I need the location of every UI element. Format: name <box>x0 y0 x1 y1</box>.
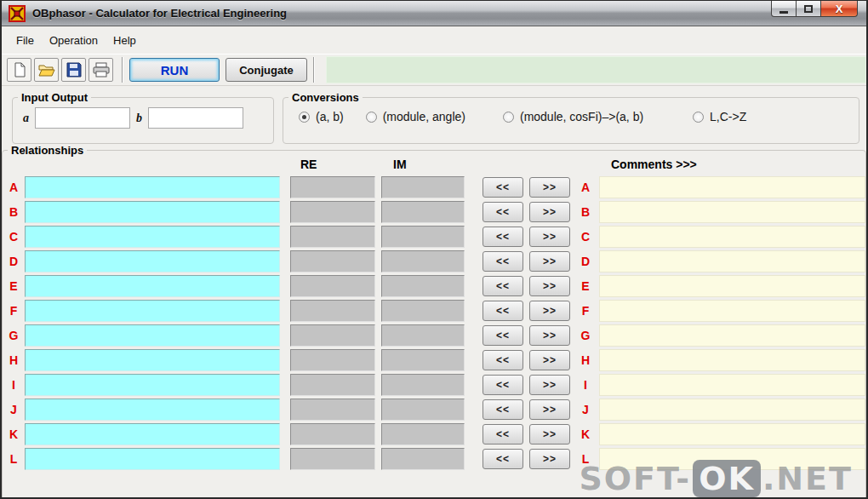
expression-input[interactable] <box>25 423 280 445</box>
run-button[interactable]: RUN <box>129 58 220 82</box>
comment-input[interactable] <box>599 250 865 272</box>
im-output <box>381 423 465 445</box>
radio-module-cosfi[interactable]: (module, cosFi)–>(a, b) <box>503 110 643 123</box>
comment-input[interactable] <box>599 374 865 396</box>
row-letter-left: H <box>3 353 25 367</box>
shift-right-button[interactable]: >> <box>529 325 570 346</box>
comment-input[interactable] <box>599 324 865 347</box>
im-output <box>381 300 465 322</box>
comment-input[interactable] <box>599 176 865 198</box>
row-letter-left: K <box>3 427 25 441</box>
expression-input[interactable] <box>25 374 280 396</box>
comment-input[interactable] <box>599 275 865 297</box>
shift-right-button[interactable]: >> <box>529 449 570 469</box>
comment-input[interactable] <box>599 399 865 421</box>
comments-column-header: Comments >>> <box>599 158 697 171</box>
expression-input[interactable] <box>25 300 280 322</box>
close-button[interactable]: X <box>820 1 858 17</box>
re-output <box>290 448 375 470</box>
menu-help[interactable]: Help <box>106 30 144 51</box>
shift-right-button[interactable]: >> <box>529 399 570 420</box>
toolbar: RUN Conjugate <box>2 54 866 86</box>
relationship-row: D << >> D <box>3 250 865 272</box>
minimize-button[interactable] <box>771 1 797 17</box>
titlebar: OBphasor - Calculator for Electrical Eng… <box>2 1 866 26</box>
shift-left-button[interactable]: << <box>483 301 523 321</box>
row-letter-left: F <box>3 304 25 318</box>
relationships-group: Relationships RE IM Comments >>> A << >>… <box>2 144 866 499</box>
shift-left-button[interactable]: << <box>483 227 523 247</box>
comment-input[interactable] <box>599 448 865 470</box>
shift-right-button[interactable]: >> <box>529 375 570 395</box>
expression-input[interactable] <box>25 448 280 470</box>
shift-right-button[interactable]: >> <box>529 251 570 272</box>
comment-input[interactable] <box>599 423 865 445</box>
shift-right-button[interactable]: >> <box>529 350 570 370</box>
shift-left-button[interactable]: << <box>483 449 523 469</box>
row-letter-left: E <box>3 279 25 293</box>
shift-left-button[interactable]: << <box>483 202 523 222</box>
radio-button-icon <box>299 112 310 123</box>
row-letter-right: D <box>577 255 594 268</box>
save-button[interactable] <box>61 58 86 82</box>
im-output <box>381 226 465 248</box>
conjugate-button[interactable]: Conjugate <box>226 58 307 82</box>
expression-input[interactable] <box>25 176 280 198</box>
row-letter-left: G <box>3 329 25 342</box>
input-output-group: Input Output a b <box>12 91 274 144</box>
radio-button-icon <box>366 112 377 123</box>
shift-right-button[interactable]: >> <box>529 276 570 296</box>
radio-module-cosfi-label: (module, cosFi)–>(a, b) <box>520 110 643 123</box>
new-button[interactable] <box>7 58 31 82</box>
shift-left-button[interactable]: << <box>483 276 523 296</box>
relationship-row: C << >> C <box>3 226 865 248</box>
expression-input[interactable] <box>25 349 280 371</box>
row-letter-right: G <box>577 329 594 342</box>
menu-file[interactable]: File <box>9 30 42 51</box>
expression-input[interactable] <box>25 399 280 421</box>
re-column-header: RE <box>290 158 375 171</box>
window-title: OBphasor - Calculator for Electrical Eng… <box>32 7 287 20</box>
im-output <box>381 275 465 297</box>
row-letter-right: J <box>577 403 594 416</box>
expression-input[interactable] <box>25 226 280 248</box>
radio-a-b[interactable]: (a, b) <box>299 110 344 123</box>
expression-input[interactable] <box>25 324 280 347</box>
row-letter-right: I <box>577 378 594 392</box>
b-input[interactable] <box>148 107 243 129</box>
shift-right-button[interactable]: >> <box>529 202 570 222</box>
shift-left-button[interactable]: << <box>483 375 523 395</box>
radio-button-icon <box>503 112 514 123</box>
print-button[interactable] <box>89 58 113 82</box>
shift-left-button[interactable]: << <box>483 177 523 198</box>
relationship-row: L << >> L <box>3 448 865 470</box>
expression-input[interactable] <box>25 275 280 297</box>
shift-right-button[interactable]: >> <box>529 301 570 321</box>
re-output <box>290 374 375 396</box>
expression-input[interactable] <box>25 250 280 272</box>
expression-input[interactable] <box>25 201 280 223</box>
comment-input[interactable] <box>599 300 865 322</box>
menubar: File Operation Help <box>2 26 866 54</box>
relationship-row: E << >> E <box>3 275 865 297</box>
open-button[interactable] <box>34 58 59 82</box>
shift-left-button[interactable]: << <box>483 325 523 346</box>
shift-left-button[interactable]: << <box>483 251 523 272</box>
menu-operation[interactable]: Operation <box>42 30 106 51</box>
shift-left-button[interactable]: << <box>483 399 523 420</box>
comment-input[interactable] <box>599 226 865 248</box>
comment-input[interactable] <box>599 201 865 223</box>
comment-input[interactable] <box>599 349 865 371</box>
shift-left-button[interactable]: << <box>483 424 523 445</box>
shift-right-button[interactable]: >> <box>529 177 570 198</box>
a-input[interactable] <box>35 107 130 129</box>
re-output <box>290 275 375 297</box>
maximize-button[interactable] <box>797 1 820 17</box>
shift-right-button[interactable]: >> <box>529 227 570 247</box>
radio-module-angle[interactable]: (module, angle) <box>366 110 465 123</box>
shift-left-button[interactable]: << <box>483 350 523 370</box>
re-output <box>290 250 375 272</box>
radio-lc-z[interactable]: L,C->Z <box>693 110 746 123</box>
im-output <box>381 374 465 396</box>
shift-right-button[interactable]: >> <box>529 424 570 445</box>
